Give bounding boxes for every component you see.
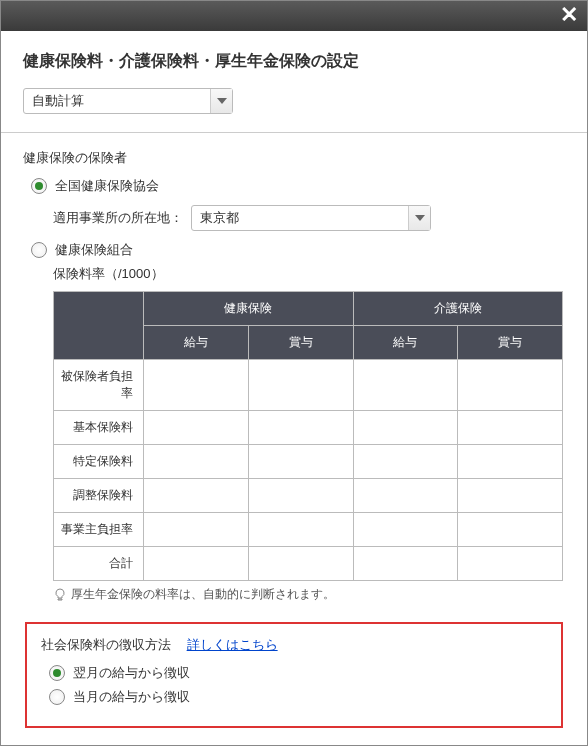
- office-location-label: 適用事業所の所在地：: [53, 209, 183, 227]
- close-button[interactable]: ✕: [557, 4, 581, 28]
- divider: [1, 132, 587, 133]
- rate-table: 健康保険 介護保険 給与 賞与 給与 賞与 被保険者負担率 基本保険料 特定保険…: [53, 291, 563, 581]
- table-row: 調整保険料: [54, 479, 563, 513]
- radio-icon: [49, 689, 65, 705]
- radio-icon: [49, 665, 65, 681]
- radio-kumiai[interactable]: 健康保険組合: [31, 241, 565, 259]
- table-row: 被保険者負担率: [54, 360, 563, 411]
- radio-next-month[interactable]: 翌月の給与から徴収: [49, 664, 547, 682]
- chevron-down-icon: [210, 89, 232, 113]
- radio-kyokai[interactable]: 全国健康保険協会: [31, 177, 565, 195]
- radio-icon: [31, 178, 47, 194]
- col-kaigo: 介護保険: [353, 292, 563, 326]
- office-location-row: 適用事業所の所在地： 東京都: [53, 205, 565, 231]
- tip-text: 厚生年金保険の料率は、自動的に判断されます。: [71, 587, 335, 602]
- radio-this-month[interactable]: 当月の給与から徴収: [49, 688, 547, 706]
- office-location-value: 東京都: [200, 209, 239, 227]
- tip-row: 厚生年金保険の料率は、自動的に判断されます。: [53, 587, 565, 602]
- table-row: 合計: [54, 547, 563, 581]
- subcol-kyu1: 給与: [144, 326, 249, 360]
- dialog-header: ✕: [1, 1, 587, 31]
- details-link[interactable]: 詳しくはこちら: [187, 637, 278, 652]
- col-kenko: 健康保険: [144, 292, 354, 326]
- calc-mode-value: 自動計算: [32, 92, 84, 110]
- table-row: 基本保険料: [54, 411, 563, 445]
- radio-label: 健康保険組合: [55, 241, 133, 259]
- calc-mode-select[interactable]: 自動計算: [23, 88, 233, 114]
- subcol-sho1: 賞与: [248, 326, 353, 360]
- radio-icon: [31, 242, 47, 258]
- subcol-sho2: 賞与: [458, 326, 563, 360]
- table-row: 事業主負担率: [54, 513, 563, 547]
- chevron-down-icon: [408, 206, 430, 230]
- radio-label: 全国健康保険協会: [55, 177, 159, 195]
- rate-label: 保険料率（/1000）: [53, 265, 565, 283]
- lightbulb-icon: [53, 588, 67, 602]
- office-location-select[interactable]: 東京都: [191, 205, 431, 231]
- radio-label: 翌月の給与から徴収: [73, 664, 190, 682]
- dialog-content: 健康保険料・介護保険料・厚生年金保険の設定 自動計算 健康保険の保険者 全国健康…: [1, 31, 587, 746]
- table-row: 特定保険料: [54, 445, 563, 479]
- insurer-heading: 健康保険の保険者: [23, 149, 565, 167]
- rate-table-wrap: 健康保険 介護保険 給与 賞与 給与 賞与 被保険者負担率 基本保険料 特定保険…: [53, 291, 565, 581]
- radio-label: 当月の給与から徴収: [73, 688, 190, 706]
- dialog-title: 健康保険料・介護保険料・厚生年金保険の設定: [23, 51, 565, 72]
- collection-heading: 社会保険料の徴収方法: [41, 637, 171, 652]
- collection-method-box: 社会保険料の徴収方法 詳しくはこちら 翌月の給与から徴収 当月の給与から徴収: [25, 622, 563, 728]
- subcol-kyu2: 給与: [353, 326, 458, 360]
- close-icon: ✕: [560, 2, 578, 27]
